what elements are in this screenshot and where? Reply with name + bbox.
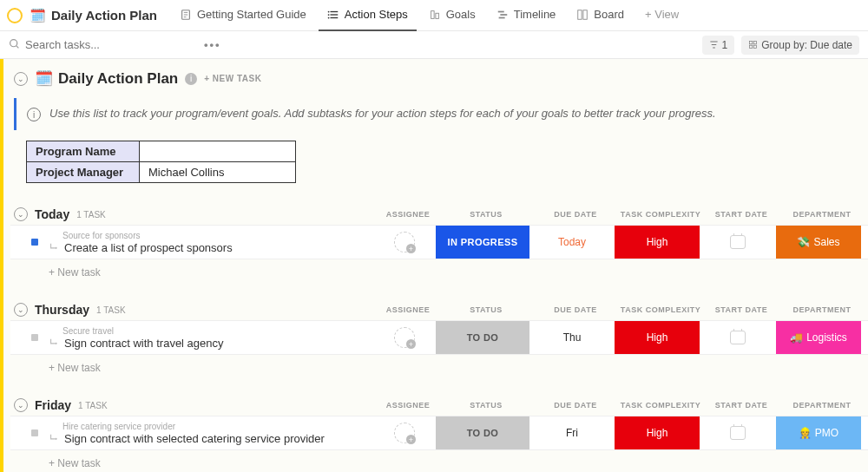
task-name-text: Create a list of prospect sponsors: [64, 241, 233, 254]
col-due[interactable]: DUE DATE: [533, 210, 618, 219]
parent-task-label[interactable]: Hire catering service provider: [49, 422, 366, 431]
add-assignee-icon[interactable]: [394, 327, 415, 348]
collapse-group-button[interactable]: ⌄: [14, 398, 28, 412]
description-callout: i Use this list to track your program/ev…: [14, 98, 858, 130]
toolbar-right: 1 Group by: Due date: [702, 36, 859, 55]
tab-label: Action Steps: [345, 8, 408, 21]
complexity-cell[interactable]: High: [615, 226, 700, 259]
department-cell[interactable]: 💸Sales: [776, 226, 861, 259]
filter-button[interactable]: 1: [702, 36, 735, 55]
col-status[interactable]: STATUS: [439, 210, 533, 219]
status-cell[interactable]: IN PROGRESS: [436, 226, 529, 259]
department-cell[interactable]: 👷PMO: [776, 416, 861, 449]
svg-point-9: [327, 16, 329, 18]
dept-label: PMO: [815, 427, 838, 439]
col-due[interactable]: DUE DATE: [533, 401, 618, 410]
status-square-icon[interactable]: [31, 334, 38, 341]
tab-board[interactable]: Board: [568, 0, 633, 31]
collapse-all-button[interactable]: ⌄: [14, 72, 28, 86]
task-row[interactable]: Source for sponsors Create a list of pro…: [10, 225, 868, 259]
status-square-icon[interactable]: [31, 239, 38, 246]
due-date-cell[interactable]: Thu: [529, 321, 615, 354]
col-start[interactable]: START DATE: [703, 401, 779, 410]
new-task-button[interactable]: + New task: [10, 355, 868, 374]
tab-timeline[interactable]: Timeline: [488, 0, 565, 31]
col-start[interactable]: START DATE: [703, 210, 779, 219]
search-input[interactable]: [25, 38, 199, 51]
start-date-cell[interactable]: [700, 321, 776, 354]
subtask-icon: [49, 433, 59, 443]
department-cell[interactable]: 🚚Logistics: [776, 321, 861, 354]
calendar-empty-icon: [730, 235, 746, 249]
collapse-group-button[interactable]: ⌄: [14, 303, 28, 317]
col-complexity[interactable]: TASK COMPLEXITY: [618, 305, 703, 314]
task-count: 1 TASK: [78, 401, 108, 410]
complexity-cell[interactable]: High: [615, 321, 700, 354]
tab-action-steps[interactable]: Action Steps: [319, 0, 417, 31]
col-department[interactable]: DEPARTMENT: [779, 401, 865, 410]
start-date-cell[interactable]: [700, 416, 776, 449]
assignee-cell[interactable]: [373, 226, 436, 259]
group-name[interactable]: Thursday: [35, 303, 89, 317]
tab-label: Goals: [446, 8, 476, 21]
col-due[interactable]: DUE DATE: [533, 305, 618, 314]
view-tabbar: 🗓️ Daily Action Plan Getting Started Gui…: [0, 0, 868, 31]
page-title: 🗓️ Daily Action Plan: [35, 69, 178, 88]
parent-task-label[interactable]: Secure travel: [49, 326, 366, 336]
task-row[interactable]: Hire catering service provider Sign cont…: [10, 416, 868, 450]
status-cell[interactable]: TO DO: [436, 416, 529, 449]
status-square-icon[interactable]: [31, 429, 38, 436]
groupby-label: Group by: Due date: [761, 39, 852, 51]
col-assignee[interactable]: ASSIGNEE: [377, 210, 439, 219]
task-row[interactable]: Secure travel Sign contract with travel …: [10, 320, 868, 355]
col-start[interactable]: START DATE: [703, 305, 779, 314]
tab-add-view[interactable]: + View: [636, 0, 687, 31]
start-date-cell[interactable]: [700, 226, 776, 259]
new-task-button[interactable]: + New task: [10, 259, 868, 279]
task-name-text: Sign contract with selected catering ser…: [64, 432, 325, 445]
doc-title[interactable]: 🗓️ Daily Action Plan: [30, 8, 157, 23]
new-task-button[interactable]: + New task: [10, 450, 868, 469]
status-badge: TO DO: [436, 416, 529, 449]
task-name-cell[interactable]: Source for sponsors Create a list of pro…: [10, 226, 373, 259]
parent-task-label[interactable]: Source for sponsors: [49, 231, 366, 240]
tab-getting-started[interactable]: Getting Started Guide: [171, 0, 315, 31]
list-icon: [327, 9, 339, 21]
page-title-text: Daily Action Plan: [58, 70, 178, 88]
task-name-cell[interactable]: Hire catering service provider Sign cont…: [10, 416, 373, 449]
group-name[interactable]: Today: [35, 207, 69, 221]
complexity-cell[interactable]: High: [615, 416, 700, 449]
col-status[interactable]: STATUS: [439, 401, 533, 410]
col-status[interactable]: STATUS: [439, 305, 533, 314]
group-name[interactable]: Friday: [35, 398, 71, 412]
doc-title-text: Daily Action Plan: [51, 8, 157, 23]
more-options-icon[interactable]: •••: [204, 38, 221, 51]
task-count: 1 TASK: [96, 305, 126, 315]
col-department[interactable]: DEPARTMENT: [779, 305, 865, 314]
task-name-cell[interactable]: Secure travel Sign contract with travel …: [10, 321, 373, 354]
due-date-cell[interactable]: Fri: [529, 416, 615, 449]
info-value[interactable]: [140, 141, 296, 162]
collapse-group-button[interactable]: ⌄: [14, 207, 28, 221]
assignee-cell[interactable]: [373, 321, 436, 354]
col-assignee[interactable]: ASSIGNEE: [377, 305, 439, 314]
col-department[interactable]: DEPARTMENT: [779, 210, 865, 219]
add-assignee-icon[interactable]: [394, 423, 415, 443]
info-icon[interactable]: i: [185, 73, 197, 85]
info-value[interactable]: Michael Collins: [140, 162, 296, 183]
dept-label: Sales: [813, 236, 839, 248]
filter-count: 1: [722, 39, 728, 51]
assignee-cell[interactable]: [373, 416, 436, 449]
add-assignee-icon[interactable]: [394, 232, 415, 252]
col-complexity[interactable]: TASK COMPLEXITY: [618, 401, 703, 410]
doc-icon: [180, 9, 192, 21]
groupby-button[interactable]: Group by: Due date: [741, 36, 859, 55]
new-task-button[interactable]: + NEW TASK: [204, 74, 261, 83]
due-date-cell[interactable]: Today: [529, 226, 615, 259]
col-assignee[interactable]: ASSIGNEE: [377, 401, 439, 410]
tab-goals[interactable]: Goals: [420, 0, 484, 31]
col-complexity[interactable]: TASK COMPLEXITY: [618, 210, 703, 219]
svg-rect-10: [431, 10, 434, 18]
calendar-icon: 🗓️: [30, 8, 46, 23]
status-cell[interactable]: TO DO: [436, 321, 529, 354]
